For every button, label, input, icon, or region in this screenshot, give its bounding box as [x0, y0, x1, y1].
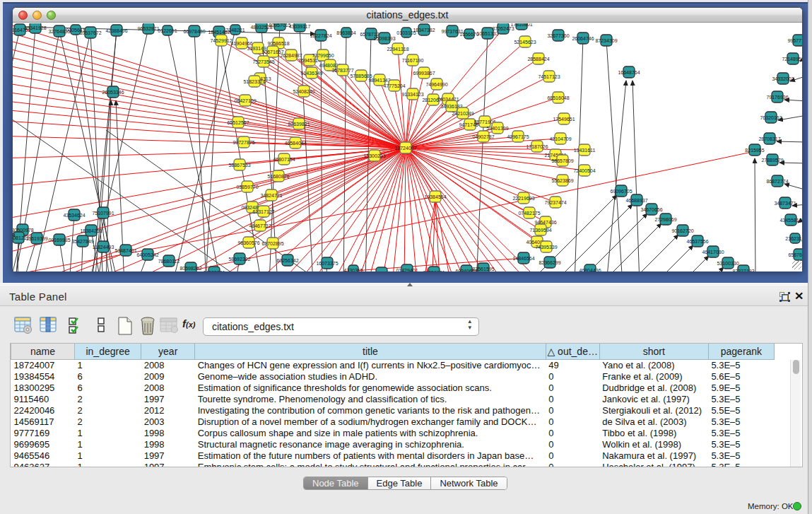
svg-text:17187026: 17187026: [526, 144, 548, 149]
svg-text:27298069: 27298069: [654, 217, 676, 222]
svg-text:65876036: 65876036: [788, 252, 802, 257]
svg-text:22941318: 22941318: [387, 47, 408, 52]
svg-text:8084124: 8084124: [13, 233, 16, 238]
svg-text:26284987: 26284987: [280, 53, 302, 58]
svg-text:28708317: 28708317: [758, 136, 780, 141]
svg-text:34670656: 34670656: [640, 207, 662, 212]
svg-text:16073375: 16073375: [316, 261, 338, 266]
svg-text:55341928: 55341928: [24, 25, 46, 30]
svg-text:27889579: 27889579: [761, 158, 783, 163]
svg-text:34332003: 34332003: [772, 76, 794, 81]
svg-text:74517123: 74517123: [538, 74, 560, 79]
svg-text:13619399: 13619399: [25, 236, 47, 241]
svg-text:17549651: 17549651: [553, 117, 575, 122]
svg-text:82639821: 82639821: [288, 122, 310, 127]
svg-text:32677360: 32677360: [547, 33, 569, 38]
svg-text:41458685: 41458685: [370, 271, 392, 272]
svg-text:87234309: 87234309: [595, 38, 617, 43]
svg-text:55623869: 55623869: [551, 178, 573, 183]
svg-text:41904966: 41904966: [230, 41, 252, 46]
svg-text:01436349: 01436349: [300, 71, 322, 76]
svg-text:17810801: 17810801: [510, 23, 532, 27]
svg-text:76320163: 76320163: [760, 115, 782, 120]
svg-text:04505331: 04505331: [203, 270, 225, 272]
svg-text:61317127: 61317127: [252, 209, 274, 214]
svg-text:14846564: 14846564: [512, 256, 534, 261]
svg-text:24210249: 24210249: [452, 111, 473, 116]
svg-text:7048281: 7048281: [225, 28, 245, 33]
svg-text:60256342: 60256342: [276, 258, 298, 263]
svg-text:8963834: 8963834: [336, 30, 355, 35]
svg-text:99727875: 99727875: [233, 140, 254, 145]
svg-text:43534624: 43534624: [63, 213, 85, 218]
svg-text:26064746: 26064746: [572, 36, 594, 41]
svg-text:16648764: 16648764: [618, 70, 640, 75]
svg-text:07482175: 07482175: [518, 211, 540, 216]
svg-text:69096705: 69096705: [610, 189, 632, 194]
svg-text:58867533: 58867533: [228, 163, 250, 168]
svg-text:34824771: 34824771: [260, 193, 282, 198]
svg-text:78680112: 78680112: [158, 259, 180, 264]
svg-text:58657809: 58657809: [551, 158, 573, 163]
svg-text:13431611: 13431611: [574, 148, 596, 153]
svg-text:42967175: 42967175: [507, 134, 529, 139]
svg-text:72400504: 72400504: [573, 168, 595, 173]
svg-text:18724007: 18724007: [394, 146, 416, 151]
svg-text:51823374: 51823374: [243, 79, 265, 84]
svg-text:79176936: 79176936: [766, 95, 788, 100]
svg-text:46688937: 46688937: [625, 198, 647, 203]
svg-text:80957015: 80957015: [269, 23, 290, 28]
svg-text:86872774: 86872774: [766, 179, 788, 184]
svg-text:18347382: 18347382: [413, 28, 435, 33]
svg-text:79237474: 79237474: [544, 200, 566, 205]
svg-text:52145623: 52145623: [514, 40, 536, 45]
svg-text:58692322: 58692322: [228, 257, 250, 262]
svg-text:42104709: 42104709: [549, 136, 571, 141]
svg-text:66978480: 66978480: [183, 29, 205, 34]
svg-text:64005242: 64005242: [136, 252, 158, 257]
svg-text:51680876: 51680876: [267, 174, 289, 179]
svg-text:34873471: 34873471: [774, 201, 796, 206]
svg-text:83561595: 83561595: [472, 267, 494, 271]
svg-text:03859770: 03859770: [236, 185, 258, 189]
svg-text:15098393: 15098393: [373, 36, 395, 41]
svg-text:62702895: 62702895: [261, 241, 283, 246]
svg-text:36783777: 36783777: [331, 68, 353, 73]
svg-text:46804436: 46804436: [579, 268, 601, 272]
svg-text:2362316: 2362316: [785, 236, 802, 241]
svg-text:19384554: 19384554: [424, 194, 446, 199]
svg-text:71167190: 71167190: [402, 58, 424, 63]
svg-text:96360576: 96360576: [237, 240, 259, 245]
svg-text:59401399: 59401399: [486, 126, 508, 131]
svg-text:4330365: 4330365: [343, 268, 363, 272]
svg-text:46537556: 46537556: [686, 239, 708, 244]
svg-text:43039117: 43039117: [289, 24, 311, 29]
svg-text:71369594: 71369594: [529, 228, 551, 233]
svg-text:75273545: 75273545: [252, 59, 274, 64]
svg-text:90586518: 90586518: [267, 41, 289, 46]
svg-text:47775204: 47775204: [383, 83, 405, 88]
svg-text:53487401: 53487401: [114, 248, 136, 253]
svg-text:68516048: 68516048: [547, 95, 569, 100]
svg-text:65512567: 65512567: [227, 120, 249, 125]
svg-text:18227824: 18227824: [310, 33, 331, 38]
svg-text:69993867: 69993867: [413, 71, 435, 76]
svg-text:92327193: 92327193: [732, 269, 754, 272]
svg-text:46417080: 46417080: [702, 250, 724, 255]
svg-text:42388496: 42388496: [105, 28, 127, 33]
svg-text:8215955: 8215955: [745, 148, 764, 153]
svg-text:0122691: 0122691: [158, 28, 177, 33]
svg-text:46584044: 46584044: [284, 141, 306, 146]
svg-text:98941343: 98941343: [368, 78, 390, 83]
svg-text:10651333: 10651333: [476, 31, 498, 36]
svg-text:08427109: 08427109: [234, 98, 256, 103]
svg-text:43455812: 43455812: [779, 218, 801, 223]
svg-text:35427849: 35427849: [71, 239, 93, 244]
svg-text:53100330: 53100330: [717, 261, 739, 266]
svg-text:22219693: 22219693: [512, 196, 534, 201]
svg-text:74964990: 74964990: [425, 82, 447, 87]
svg-text:39537672: 39537672: [79, 30, 101, 35]
svg-text:18384251: 18384251: [80, 228, 102, 233]
svg-text:80598262: 80598262: [180, 266, 201, 271]
svg-text:75107991: 75107991: [92, 211, 114, 216]
